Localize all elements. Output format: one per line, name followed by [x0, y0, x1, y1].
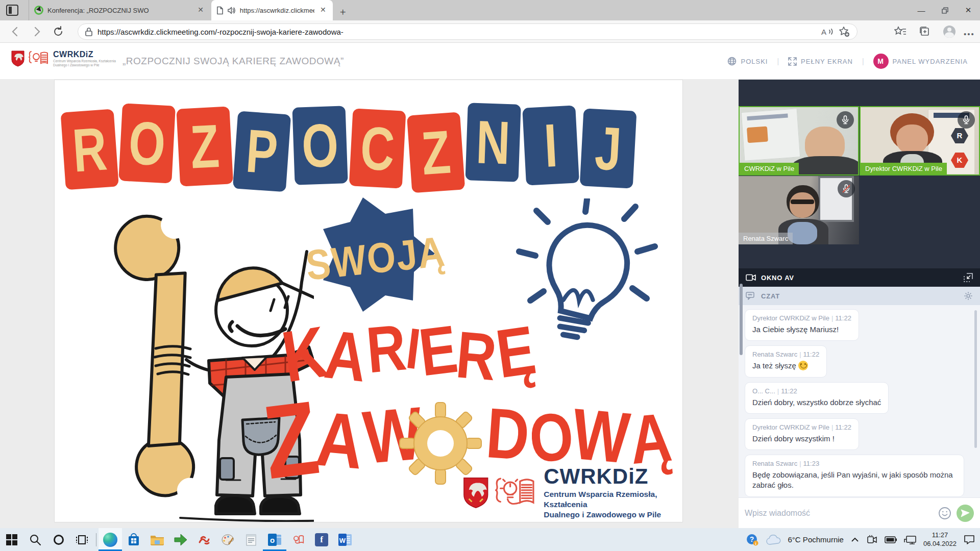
meet-now-icon[interactable]	[866, 535, 877, 544]
favorites-icon[interactable]	[894, 26, 906, 37]
slide-logo-name: CWRKDiZ	[544, 466, 682, 487]
chat-time: 11:22	[781, 387, 797, 395]
store-icon[interactable]	[122, 528, 145, 551]
search-icon[interactable]	[23, 528, 47, 551]
event-brand-logo: CWRKDiZ Centrum Wsparcia Rzemiosła, Kszt…	[11, 50, 130, 67]
network-display-icon[interactable]	[904, 535, 916, 544]
av-window-title: OKNO AV	[761, 274, 794, 282]
red-app-icon[interactable]	[192, 528, 216, 551]
tab-title: https://ascwrkdiz.clickmeeti	[240, 7, 314, 14]
speaker-audio-icon	[228, 7, 236, 14]
collapse-icon[interactable]	[964, 273, 973, 282]
chat-author: Dyrektor CWRKDiZ w Pile	[752, 314, 829, 322]
cortana-icon[interactable]	[47, 528, 70, 551]
fullscreen-button[interactable]: PEŁNY EKRAN	[788, 57, 853, 66]
chat-message: O... C...|11:22 Dzień dobry, wszystko do…	[745, 382, 889, 414]
more-menu-icon[interactable]: •••	[964, 30, 975, 38]
tray-time: 11:27	[923, 531, 957, 539]
mic-muted-icon[interactable]	[838, 180, 855, 197]
video-feed-3[interactable]: Renata Szwarc	[739, 176, 859, 244]
video-label: CWRKDiZ w Pile	[740, 163, 799, 174]
word-kariere: KARIERĘ	[282, 321, 535, 381]
settings-gear-icon[interactable]	[964, 291, 973, 300]
new-tab-button[interactable]: ＋	[338, 5, 348, 18]
chevron-up-icon[interactable]	[851, 537, 859, 542]
chat-author: O... C...	[752, 387, 775, 395]
paint-icon[interactable]	[216, 528, 239, 551]
chat-message-meta: Dyrektor CWRKDiZ w Pile|11:22	[752, 423, 851, 431]
chat-author: Dyrektor CWRKDiZ w Pile	[752, 423, 829, 431]
avatar: M	[873, 54, 889, 69]
minimize-button[interactable]: —	[910, 0, 933, 20]
svg-text:o: o	[270, 536, 275, 544]
svg-text:W: W	[339, 536, 346, 544]
av-window-bar[interactable]: OKNO AV	[739, 268, 980, 287]
tray-date: 06.04.2022	[923, 540, 957, 548]
word-rozpocznij: ROZPOCZNIJ	[63, 106, 675, 192]
close-button[interactable]: ✕	[957, 0, 980, 20]
tab-active-meeting[interactable]: https://ascwrkdiz.clickmeeti ✕	[211, 0, 333, 20]
letter-tile: I	[522, 105, 579, 185]
chat-message-list[interactable]: Dyrektor CWRKDiZ w Pile|11:22 Ja Ciebie …	[739, 305, 980, 497]
cwrkdiz-app-icon[interactable]	[286, 528, 310, 551]
tab-close-icon[interactable]: ✕	[196, 6, 205, 15]
tab-actions-icon[interactable]	[6, 5, 18, 16]
mic-icon[interactable]	[958, 111, 975, 129]
hand-letter: Ę	[493, 316, 541, 393]
address-bar[interactable]: https://ascwrkdiz.clickmeeting.com/-rozp…	[78, 23, 857, 40]
tab-conference[interactable]: Konferencja: „ROZPOCZNIJ SWO ✕	[29, 0, 210, 20]
collections-icon[interactable]	[919, 26, 931, 37]
letter-tile: Z	[407, 112, 465, 193]
clock[interactable]: 11:27 06.04.2022	[923, 531, 957, 548]
chat-bubble-icon	[746, 292, 756, 300]
globe-icon	[727, 57, 737, 66]
weather-cloud-icon[interactable]	[766, 534, 781, 545]
file-explorer-icon[interactable]	[145, 528, 169, 551]
help-icon[interactable]: ?i	[746, 534, 758, 546]
weather-text[interactable]: 6°C Pochmurnie	[788, 535, 844, 544]
back-arrow-icon[interactable]	[9, 26, 21, 38]
mic-icon[interactable]	[837, 111, 854, 129]
window-controls: — ✕	[910, 0, 980, 20]
notepad-icon[interactable]	[239, 528, 263, 551]
facebook-icon[interactable]: f	[310, 528, 333, 551]
chat-message-meta: Renata Szwarc|11:22	[752, 350, 819, 358]
bulb-book-icon	[495, 472, 538, 513]
send-button[interactable]	[957, 505, 974, 522]
chat-author: Renata Szwarc	[752, 350, 797, 358]
emoji-smile-icon[interactable]	[938, 507, 951, 520]
profile-avatar[interactable]	[943, 26, 955, 38]
video-feed-2[interactable]: R K Dyrektor CWRKDiZ w Pile	[860, 106, 980, 176]
edge-taskbar-icon[interactable]	[99, 528, 122, 551]
lock-icon	[85, 28, 92, 36]
word-swoja-starburst: SWOJĄ	[293, 192, 458, 319]
chat-input[interactable]: Wpisz wiadomość	[745, 509, 933, 518]
language-button[interactable]: POLSKI	[727, 57, 768, 66]
video-feed-1[interactable]: CWRKDiZ w Pile	[739, 106, 859, 176]
chat-header-bar[interactable]: CZAT	[739, 287, 980, 305]
add-favorite-icon[interactable]	[839, 26, 850, 37]
task-view-icon[interactable]	[70, 528, 94, 551]
battery-icon[interactable]	[885, 536, 897, 543]
refresh-icon[interactable]	[52, 26, 64, 38]
tab-close-icon[interactable]: ✕	[318, 6, 328, 15]
chat-input-bar[interactable]: Wpisz wiadomość	[739, 497, 980, 528]
start-button[interactable]	[0, 528, 23, 551]
chat-scrollbar[interactable]	[974, 310, 977, 448]
read-aloud-icon[interactable]: A	[821, 28, 834, 36]
outlook-icon[interactable]: o	[263, 528, 286, 551]
event-panel-button[interactable]: M PANEL WYDARZENIA	[873, 54, 968, 69]
chat-time: 11:22	[835, 423, 851, 431]
restore-button[interactable]	[933, 0, 957, 20]
arrow-app-icon[interactable]	[169, 528, 192, 551]
chat-text: Ja też słyszę	[752, 361, 819, 371]
url-text[interactable]: https://ascwrkdiz.clickmeeting.com/-rozp…	[97, 28, 816, 36]
chat-message-meta: Dyrektor CWRKDiZ w Pile|11:22	[752, 314, 851, 322]
video-label: Dyrektor CWRKDiZ w Pile	[861, 163, 947, 174]
notifications-icon[interactable]	[964, 535, 975, 545]
forward-arrow-icon[interactable]	[31, 26, 43, 38]
chat-text: Będę zobowiązana, jeśli Pan wyjaśni, w j…	[752, 470, 957, 491]
panel-scrollbar[interactable]	[740, 284, 743, 355]
word-icon[interactable]: W	[333, 528, 357, 551]
chat-text: Dzień dobry, wszystko dobrze słychać	[752, 397, 881, 408]
